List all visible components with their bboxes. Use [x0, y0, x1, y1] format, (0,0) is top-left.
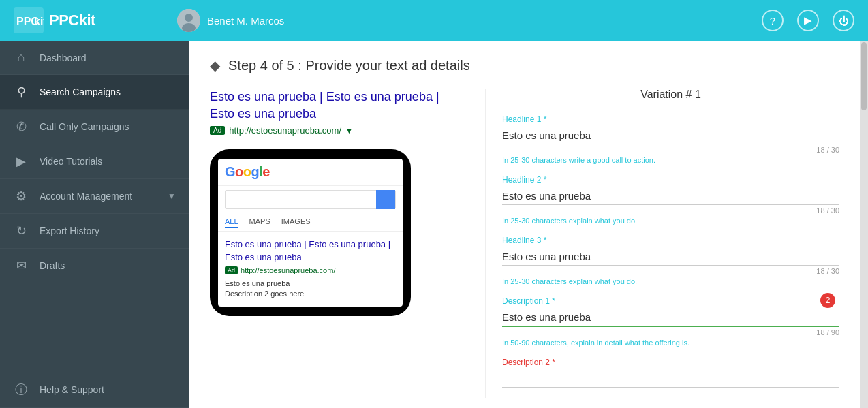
form-panel: Variation # 1 Headline 1 * 18 / 30 In 25… — [485, 89, 839, 398]
ad-badge: Ad — [210, 126, 225, 135]
tab-images[interactable]: IMAGES — [281, 216, 311, 228]
headline2-input[interactable] — [502, 187, 839, 205]
phone-ad-desc2: Description 2 goes here — [225, 289, 396, 299]
headline1-hint: In 25-30 characters write a good call to… — [502, 156, 839, 164]
headline1-input[interactable] — [502, 127, 839, 144]
phone-ad-badge: Ad — [225, 266, 238, 274]
help-circle-icon: ⓘ — [14, 381, 29, 398]
headline3-hint: In 25-30 characters explain what you do. — [502, 277, 839, 285]
ad-url-arrow: ▼ — [345, 127, 353, 135]
phone-ad-url-row: Ad http://estoesunaprueba.com/ — [225, 266, 396, 274]
sidebar-item-account-management[interactable]: ⚙ Account Management ▼ — [0, 179, 189, 214]
help-icon-btn[interactable]: ? — [762, 10, 784, 31]
ad-title-line2: Esto es una prueba — [210, 107, 316, 121]
sidebar-item-help-support[interactable]: ⓘ Help & Support — [0, 372, 189, 408]
phone-ad-title: Esto es una prueba | Esto es una prueba … — [225, 238, 396, 263]
step-header: ◆ Step 4 of 5 : Provide your text ad det… — [210, 57, 839, 74]
tab-all[interactable]: ALL — [225, 216, 238, 228]
step-title: Step 4 of 5 : Provide your text ad detai… — [228, 58, 470, 74]
google-logo: Google — [225, 164, 270, 180]
main-layout: ⌂ Dashboard ⚲ Search Campaigns ✆ Call On… — [0, 41, 868, 408]
ad-title-link[interactable]: Esto es una prueba | Esto es una prueba … — [210, 89, 469, 123]
description2-group: Description 2 * — [502, 358, 839, 388]
ad-url-row: Ad http://estoesunaprueba.com/ ▼ — [210, 125, 469, 136]
sidebar-item-call-only[interactable]: ✆ Call Only Campaigns — [0, 110, 189, 144]
power-icon-btn[interactable]: ⏻ — [833, 10, 854, 31]
google-bar: Google — [218, 159, 403, 186]
description1-label: Description 1 * — [502, 296, 839, 306]
scroll-thumb[interactable] — [861, 42, 867, 110]
search-box-button[interactable] — [376, 190, 395, 209]
description1-group: Description 1 * 2 18 / 90 In 50-90 chara… — [502, 296, 839, 347]
phone-ad-result: Esto es una prueba | Esto es una prueba … — [218, 232, 403, 306]
headline2-hint: In 25-30 characters explain what you do. — [502, 217, 839, 225]
top-header: PPC kit PPCkit Benet M. Marcos ? ▶ ⏻ — [0, 0, 868, 41]
description1-counter: 18 / 90 — [502, 328, 839, 336]
svg-text:kit: kit — [34, 16, 44, 27]
user-name: Benet M. Marcos — [207, 15, 284, 27]
person-icon: ⚙ — [14, 189, 29, 204]
description1-hint: In 50-90 characters, explain in detail w… — [502, 339, 839, 347]
content-row: Esto es una prueba | Esto es una prueba … — [210, 89, 839, 398]
description2-input[interactable] — [502, 370, 839, 388]
chevron-down-icon: ▼ — [168, 191, 176, 201]
headline3-group: Headline 3 * 18 / 30 In 25-30 characters… — [502, 236, 839, 285]
content-area: ◆ Step 4 of 5 : Provide your text ad det… — [189, 41, 860, 408]
ad-url: http://estoesunaprueba.com/ — [229, 125, 341, 136]
logo: PPC kit PPCkit — [14, 7, 177, 33]
scrollbar[interactable] — [860, 41, 868, 408]
layers-icon: ◆ — [210, 57, 220, 74]
ad-preview-top: Esto es una prueba | Esto es una prueba … — [210, 89, 469, 136]
headline1-counter: 18 / 30 — [502, 146, 839, 154]
header-icons: ? ▶ ⏻ — [762, 10, 854, 31]
headline2-label: Headline 2 * — [502, 175, 839, 185]
search-box[interactable] — [225, 190, 396, 209]
user-info: Benet M. Marcos — [177, 9, 762, 32]
app-name: PPCkit — [49, 12, 95, 29]
tab-maps[interactable]: MAPS — [249, 216, 270, 228]
description2-label: Description 2 * — [502, 358, 839, 367]
headline2-counter: 18 / 30 — [502, 206, 839, 215]
phone-icon: ✆ — [14, 119, 29, 134]
sidebar: ⌂ Dashboard ⚲ Search Campaigns ✆ Call On… — [0, 41, 189, 408]
search-tabs: ALL MAPS IMAGES — [218, 213, 403, 232]
sidebar-item-export-history[interactable]: ↻ Export History — [0, 214, 189, 249]
search-icon: ⚲ — [14, 84, 29, 99]
headline3-counter: 18 / 30 — [502, 267, 839, 275]
sidebar-item-video-tutorials[interactable]: ▶ Video Tutorials — [0, 144, 189, 179]
headline3-input[interactable] — [502, 248, 839, 266]
description1-wrapper: 2 — [502, 309, 839, 327]
phone-ad-url: http://estoesunaprueba.com/ — [241, 266, 335, 274]
history-icon: ↻ — [14, 223, 29, 238]
headline3-label: Headline 3 * — [502, 236, 839, 245]
headline1-group: Headline 1 * 18 / 30 In 25-30 characters… — [502, 114, 839, 164]
description1-error-badge: 2 — [820, 293, 835, 308]
home-icon: ⌂ — [14, 50, 29, 65]
headline1-label: Headline 1 * — [502, 114, 839, 124]
sidebar-spacer — [0, 283, 189, 372]
sidebar-item-dashboard[interactable]: ⌂ Dashboard — [0, 41, 189, 75]
search-box-fill — [226, 191, 376, 208]
phone-preview: Google ALL MAPS IMAGES — [210, 149, 411, 315]
phone-ad-desc1: Esto es una prueba — [225, 279, 396, 289]
ad-title-line1: Esto es una prueba | Esto es una prueba … — [210, 90, 439, 104]
sidebar-item-search-campaigns[interactable]: ⚲ Search Campaigns — [0, 75, 189, 110]
avatar — [177, 9, 200, 32]
description1-input[interactable] — [502, 309, 839, 327]
phone-screen: Google ALL MAPS IMAGES — [218, 159, 403, 306]
ad-preview-section: Esto es una prueba | Esto es una prueba … — [210, 89, 469, 398]
play-icon: ▶ — [14, 154, 29, 169]
video-icon-btn[interactable]: ▶ — [797, 10, 819, 31]
drafts-icon: ✉ — [14, 258, 29, 273]
svg-point-4 — [185, 14, 193, 22]
sidebar-item-drafts[interactable]: ✉ Drafts — [0, 249, 189, 283]
variation-header: Variation # 1 — [502, 89, 839, 101]
headline2-group: Headline 2 * 18 / 30 In 25-30 characters… — [502, 175, 839, 225]
